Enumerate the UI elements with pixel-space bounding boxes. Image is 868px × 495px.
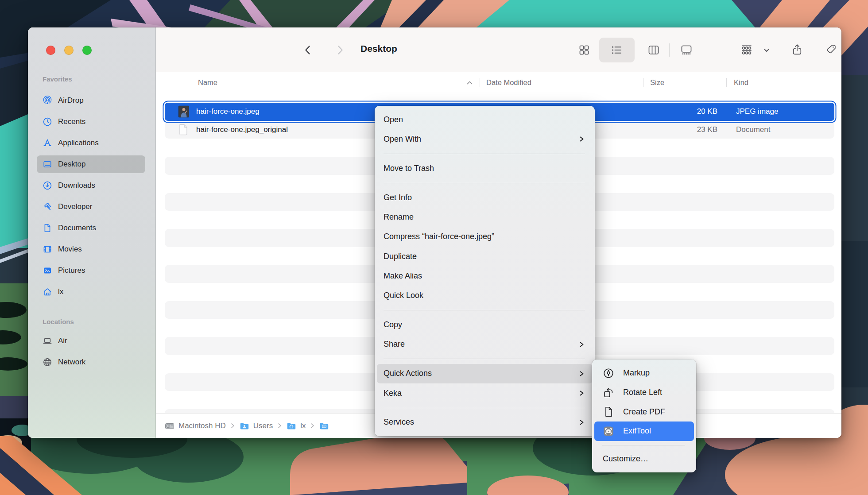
- submenu-chevron-icon: [578, 419, 585, 426]
- forward-button[interactable]: [333, 43, 347, 57]
- submenu-chevron-icon: [578, 370, 585, 377]
- path-item-desktop-folder[interactable]: [319, 421, 333, 431]
- submenu-chevron-icon: [578, 341, 585, 348]
- close-button[interactable]: [46, 46, 55, 55]
- sidebar-item-documents[interactable]: Documents: [37, 219, 145, 237]
- share-button[interactable]: [791, 43, 804, 57]
- pictures-icon: [42, 266, 53, 275]
- hard-drive-icon: [165, 421, 174, 431]
- quick-action-label: Markup: [623, 368, 650, 378]
- path-item-users[interactable]: Users: [240, 421, 273, 431]
- context-menu: OpenOpen WithMove to TrashGet InfoRename…: [375, 106, 595, 436]
- column-header-kind[interactable]: Kind: [734, 72, 748, 93]
- menu-item-quick-actions[interactable]: Quick Actions: [377, 364, 593, 383]
- tag-button[interactable]: [825, 43, 839, 57]
- menu-item-label: Duplicate: [384, 252, 585, 261]
- sidebar-item-label: lx: [58, 287, 63, 296]
- sidebar-item-label: Developer: [58, 202, 93, 211]
- menu-item-label: Rename: [384, 213, 585, 222]
- sidebar-item-desktop[interactable]: Desktop: [37, 155, 145, 173]
- quick-action-create-pdf[interactable]: Create PDF: [592, 402, 696, 422]
- menu-item-copy[interactable]: Copy: [375, 315, 595, 334]
- sidebar-item-label: AirDrop: [58, 96, 84, 105]
- submenu-chevron-icon: [578, 135, 585, 143]
- sidebar-section-label-locations: Locations: [43, 318, 74, 325]
- sidebar-item-lx[interactable]: lx: [37, 283, 145, 301]
- menu-item-open[interactable]: Open: [375, 110, 595, 129]
- column-view-button[interactable]: [647, 44, 660, 56]
- column-header-date-modified[interactable]: Date Modified: [486, 72, 531, 93]
- list-column-header: NameDate ModifiedSizeKind: [156, 72, 841, 93]
- quick-action-label: Rotate Left: [623, 388, 662, 397]
- menu-item-label: Get Info: [384, 193, 585, 202]
- path-item-macintosh-hd[interactable]: Macintosh HD: [165, 421, 226, 431]
- quick-action-label: Create PDF: [623, 407, 665, 417]
- menu-item-share[interactable]: Share: [375, 335, 595, 354]
- menu-item-label: Open With: [384, 135, 578, 144]
- menu-item-compress-hair-force-one-jpeg[interactable]: Compress “hair-force-one.jpeg”: [375, 227, 595, 247]
- menu-item-move-to-trash[interactable]: Move to Trash: [375, 159, 595, 178]
- documents-icon: [42, 223, 53, 233]
- menu-item-label: Keka: [384, 389, 578, 398]
- file-thumbnail: [178, 106, 189, 118]
- sidebar-item-recents[interactable]: Recents: [37, 113, 145, 131]
- menu-separator: [384, 154, 585, 154]
- sidebar-item-pictures[interactable]: Pictures: [37, 262, 145, 279]
- quick-action-markup[interactable]: Markup: [592, 364, 696, 383]
- menu-item-label: Compress “hair-force-one.jpeg”: [384, 232, 585, 241]
- back-button[interactable]: [301, 43, 314, 57]
- zoom-button[interactable]: [82, 46, 92, 55]
- menu-item-make-alias[interactable]: Make Alias: [375, 266, 595, 286]
- column-separator: [726, 78, 727, 87]
- sidebar-item-movies[interactable]: Movies: [37, 240, 145, 258]
- path-separator-chevron-icon: [277, 422, 283, 429]
- menu-item-label: Move to Trash: [384, 164, 585, 173]
- sidebar-item-air[interactable]: Air: [37, 332, 145, 350]
- minimize-button[interactable]: [64, 46, 74, 55]
- file-name: hair-force-one.jpeg: [196, 107, 260, 116]
- applications-icon: [42, 138, 53, 148]
- file-size: 20 KB: [697, 107, 717, 116]
- menu-item-open-with[interactable]: Open With: [375, 129, 595, 149]
- menu-item-quick-look[interactable]: Quick Look: [375, 286, 595, 306]
- column-header-size[interactable]: Size: [650, 72, 664, 93]
- column-separator: [480, 78, 480, 87]
- path-item-label: Macintosh HD: [178, 422, 226, 430]
- quick-action-exiftool[interactable]: ExifTool: [594, 422, 694, 441]
- menu-item-services[interactable]: Services: [375, 413, 595, 432]
- menu-item-rename[interactable]: Rename: [375, 207, 595, 227]
- menu-item-get-info[interactable]: Get Info: [375, 188, 595, 207]
- menu-separator: [384, 359, 585, 359]
- group-by-chevron-icon: [763, 47, 770, 54]
- markup-icon: [603, 367, 614, 379]
- list-view-button[interactable]: [610, 44, 623, 56]
- quick-action-label: ExifTool: [623, 426, 651, 436]
- sidebar-item-label: Pictures: [58, 266, 85, 275]
- gallery-view-button[interactable]: [680, 44, 693, 56]
- sidebar-item-applications[interactable]: Applications: [37, 134, 145, 152]
- desktop-icon: [42, 159, 53, 169]
- quick-action-rotate-left[interactable]: Rotate Left: [592, 383, 696, 402]
- laptop-icon: [42, 336, 53, 346]
- menu-item-label: Copy: [384, 320, 585, 329]
- menu-item-label: Make Alias: [384, 271, 585, 281]
- quick-action-customize[interactable]: Customize…: [592, 449, 696, 469]
- sidebar-item-label: Movies: [58, 245, 82, 254]
- path-separator-chevron-icon: [310, 422, 315, 429]
- menu-item-keka[interactable]: Keka: [375, 383, 595, 403]
- developer-icon: [42, 202, 53, 212]
- menu-separator: [384, 183, 585, 183]
- sidebar-item-downloads[interactable]: Downloads: [37, 177, 145, 194]
- menu-item-duplicate[interactable]: Duplicate: [375, 247, 595, 266]
- sidebar-item-airdrop[interactable]: AirDrop: [37, 92, 145, 109]
- movies-icon: [42, 244, 53, 254]
- sidebar-item-label: Air: [58, 336, 67, 345]
- path-item-lx[interactable]: lx: [287, 421, 306, 431]
- document-icon: [178, 124, 188, 136]
- airdrop-icon: [42, 96, 53, 105]
- sidebar-item-developer[interactable]: Developer: [37, 198, 145, 216]
- column-header-name[interactable]: Name: [198, 72, 217, 93]
- sidebar-item-network[interactable]: Network: [37, 353, 145, 371]
- icon-view-button[interactable]: [578, 44, 590, 56]
- group-by-button[interactable]: [740, 44, 753, 56]
